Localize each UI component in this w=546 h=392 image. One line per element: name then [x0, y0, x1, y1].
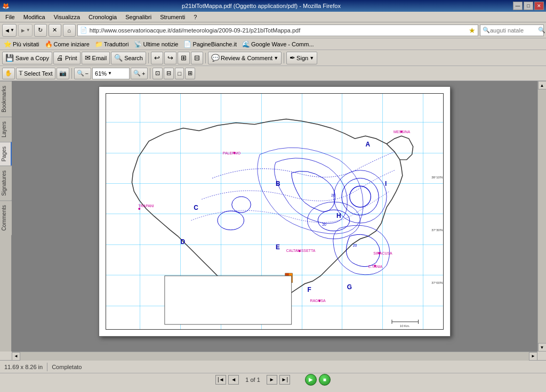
search-submit-icon[interactable]: 🔍 [538, 27, 545, 34]
bookmark-ultime-notizie[interactable]: 📡 Ultime notizie [132, 40, 180, 48]
bookmark-label: Traduttori [104, 41, 129, 47]
back-dropdown[interactable]: ▼ [10, 28, 14, 32]
minimize-button[interactable]: — [513, 2, 523, 10]
bookmark-google-wave[interactable]: 🌊 Google Wave - Comm... [240, 40, 316, 48]
sidebar-tab-bookmarks[interactable]: Bookmarks [0, 81, 12, 117]
audio-stop-button[interactable]: ■ [319, 374, 331, 386]
save-copy-button[interactable]: 💾 Save a Copy [2, 52, 52, 64]
feed-icon: 📡 [134, 40, 142, 48]
rotate-cw-button[interactable]: ↪ [164, 52, 176, 64]
label-A: A [365, 141, 370, 148]
review-comment-button[interactable]: 💬 Review & Comment ▼ [208, 52, 282, 64]
next-page-button[interactable]: ► [267, 375, 277, 385]
print-button[interactable]: 🖨 Print [53, 52, 81, 64]
scroll-track[interactable] [538, 89, 547, 343]
sidebar-tab-comments[interactable]: Comments [0, 200, 12, 235]
print-icon: 🖨 [57, 54, 63, 62]
menu-visualizza[interactable]: Visualizza [51, 13, 83, 21]
scroll-right-button[interactable]: ► [529, 352, 537, 361]
map-svg: A B C D E F G H I MESSINA TRAPANI PALERM… [106, 94, 443, 329]
search-button[interactable]: 🔍 Search [111, 52, 146, 64]
minus-sign: − [85, 70, 89, 77]
fit-width-button[interactable]: ⊟ [164, 68, 174, 79]
save-icon: 💾 [5, 54, 14, 62]
label-C: C [194, 204, 198, 211]
bookmarks-bar: ⭐ Più visitati 🔥 Come iniziare 📁 Tradutt… [0, 38, 546, 50]
scroll-up-button[interactable]: ▲ [538, 81, 547, 89]
reload-icon: ↻ [38, 27, 43, 34]
sign-dropdown-arrow[interactable]: ▼ [309, 55, 314, 61]
prev-page-button[interactable]: ◄ [228, 375, 239, 385]
reload-button[interactable]: ↻ [34, 24, 47, 37]
email-label: Email [92, 55, 107, 61]
svg-text:20: 20 [322, 223, 326, 226]
svg-text:37°30'N: 37°30'N [431, 228, 443, 232]
search-box[interactable]: 🔍 🔍 [480, 24, 544, 36]
label-I: I [385, 180, 387, 187]
cursor-icon: 𝕋 [19, 70, 23, 77]
fit-page-button[interactable]: ⊡ [152, 68, 163, 79]
svg-point-9 [234, 152, 236, 154]
maximize-button[interactable]: □ [524, 2, 533, 10]
select-text-button[interactable]: 𝕋 Select Text [16, 68, 55, 79]
snapshot-button[interactable]: 📷 [57, 68, 69, 79]
menu-strumenti[interactable]: Strumenti [157, 13, 188, 21]
menu-segnalibri[interactable]: Segnalibri [122, 13, 155, 21]
sidebar-tab-signatures[interactable]: Signatures [0, 166, 12, 200]
actual-size-button[interactable]: □ [175, 68, 184, 79]
home-button[interactable]: ⌂ [63, 24, 76, 37]
pdf-page: A B C D E F G H I MESSINA TRAPANI PALERM… [99, 86, 451, 337]
properties-button[interactable]: ⊟ [191, 52, 203, 64]
bookmark-label: Google Wave - Comm... [251, 41, 314, 47]
svg-text:37°00'N: 37°00'N [431, 281, 443, 284]
zoom-in-button[interactable]: 🔍 + [131, 68, 148, 79]
bookmark-star[interactable]: ★ [469, 26, 476, 35]
fit-width-icon: ⊟ [166, 70, 171, 77]
select-all-icon: ⊞ [181, 54, 187, 62]
status-bar: 11.69 x 8.26 in Completato [0, 360, 546, 373]
menu-cronologia[interactable]: Cronologia [85, 13, 120, 21]
address-bar[interactable]: 📄 http://www.osservatorioacque.it/dati/m… [77, 24, 478, 36]
last-page-button[interactable]: ►| [279, 375, 290, 385]
scroll-down-button[interactable]: ▼ [538, 343, 547, 352]
menu-help[interactable]: ? [190, 13, 200, 21]
zoom-dropdown[interactable]: ▼ [108, 71, 112, 76]
pdf-area[interactable]: A B C D E F G H I MESSINA TRAPANI PALERM… [12, 81, 537, 352]
scroll-left-button[interactable]: ◄ [12, 352, 20, 361]
bookmark-come-iniziare[interactable]: 🔥 Come iniziare [43, 40, 91, 48]
stop-button[interactable]: ✕ [49, 24, 61, 37]
sidebar-tab-layers[interactable]: Layers [0, 117, 12, 142]
first-page-button[interactable]: |◄ [215, 375, 226, 385]
label-H: H [336, 212, 341, 219]
bottom-nav: |◄ ◄ 1 of 1 ► ►| ▶ ■ [0, 373, 546, 386]
forward-button[interactable]: ► ▼ [18, 24, 33, 37]
bookmark-piu-visitati[interactable]: ⭐ Più visitati [2, 40, 41, 48]
sign-button[interactable]: ✒ Sign ▼ [286, 52, 317, 64]
label-E: E [276, 243, 280, 251]
map-container: A B C D E F G H I MESSINA TRAPANI PALERM… [106, 93, 444, 330]
sidebar-tab-pages[interactable]: Pages [0, 142, 12, 166]
forward-dropdown[interactable]: ▼ [26, 28, 30, 32]
star-icon: ⭐ [4, 40, 12, 48]
menu-file[interactable]: File [2, 13, 18, 21]
bookmark-paginebianche[interactable]: 📄 PagineBianche.it [182, 40, 238, 48]
zoom-value-box[interactable]: 61% ▼ [92, 68, 130, 79]
select-all-button[interactable]: ⊞ [178, 52, 190, 64]
rotate-ccw-button[interactable]: ↩ [151, 52, 163, 64]
folder-icon: 📁 [95, 40, 103, 48]
back-button[interactable]: ◄ ▼ [2, 24, 17, 37]
main-area: Bookmarks Layers Pages Signatures Commen… [0, 81, 546, 352]
review-dropdown-arrow[interactable]: ▼ [274, 55, 278, 61]
h-scroll-track[interactable] [20, 352, 529, 361]
menu-modifica[interactable]: Modifica [20, 13, 49, 21]
zoom-out-button[interactable]: 🔍 − [74, 68, 91, 79]
email-button[interactable]: ✉ Email [82, 52, 110, 64]
hand-tool-button[interactable]: ✋ [2, 68, 15, 79]
full-screen-button[interactable]: ⊞ [185, 68, 195, 79]
search-input[interactable] [490, 27, 538, 34]
close-button[interactable]: ✕ [534, 2, 544, 10]
audio-play-button[interactable]: ▶ [305, 374, 317, 386]
bookmark-traduttori[interactable]: 📁 Traduttori [93, 40, 131, 48]
window-title: p21blTotMappa.pdf (Oggetto application/p… [10, 3, 513, 9]
horizontal-scrollbar: ◄ ► [12, 352, 537, 360]
